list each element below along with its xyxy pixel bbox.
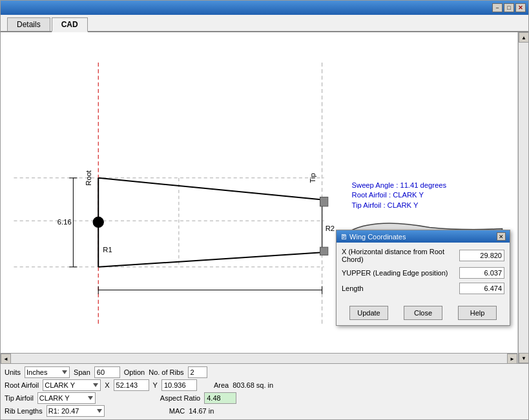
yupper-label: YUPPER (Leading Edge position) — [342, 269, 459, 277]
scroll-right-btn[interactable]: ► — [507, 354, 517, 363]
units-dropdown[interactable]: Inches mm — [25, 366, 70, 378]
dialog-close-icon[interactable]: ✕ — [497, 232, 506, 241]
length-row: Length — [342, 283, 504, 294]
y-label: Y — [153, 381, 158, 389]
svg-line-8 — [98, 252, 322, 266]
tip-airfoil-label: Tip Airfoil — [5, 394, 34, 402]
area-value: 803.68 sq. in — [233, 381, 273, 389]
v-scrollbar-track — [519, 43, 528, 353]
maximize-button[interactable]: □ — [504, 3, 514, 12]
main-window: − □ ✕ Details CAD — [0, 0, 529, 420]
dialog-buttons: Update Close Help — [337, 303, 510, 325]
y-input[interactable] — [161, 379, 197, 391]
x-coord-label: X (Horizontal distance from Root Chord) — [342, 248, 459, 263]
svg-text:Root: Root — [85, 170, 92, 186]
tip-airfoil-dropdown[interactable]: CLARK Y — [37, 392, 96, 404]
root-airfoil-dropdown[interactable]: CLARK Y — [43, 379, 101, 391]
dialog-titlebar: 🖹 Wing Coordinates ✕ — [337, 230, 510, 243]
svg-text:Root Airfoil : CLARK Y: Root Airfoil : CLARK Y — [352, 192, 424, 199]
area-label: Area — [214, 381, 229, 389]
svg-text:6.16: 6.16 — [57, 218, 72, 226]
close-dialog-button[interactable]: Close — [404, 306, 442, 320]
v-scrollbar[interactable]: ▲ ▼ — [518, 32, 528, 363]
svg-text:R1: R1 — [103, 246, 112, 254]
bottom-row-1: Units Inches mm Span Option No. of Ribs — [5, 366, 524, 378]
svg-rect-17 — [320, 197, 328, 206]
svg-text:R2: R2 — [326, 225, 335, 232]
no-of-ribs-label: No. of Ribs — [149, 368, 183, 376]
h-scrollbar[interactable]: ◄ ► — [1, 353, 517, 363]
aspect-ratio-label: Aspect Ratio — [160, 394, 200, 402]
bottom-bar: Units Inches mm Span Option No. of Ribs … — [1, 363, 528, 419]
bottom-row-4: Rib Lengths R1: 20.47 MAC 14.67 in — [5, 405, 524, 417]
close-button[interactable]: ✕ — [515, 3, 526, 12]
x-coord-input[interactable] — [459, 250, 504, 261]
svg-point-16 — [93, 217, 103, 227]
tab-cad[interactable]: CAD — [52, 17, 88, 32]
svg-text:Tip: Tip — [309, 173, 316, 183]
tab-details[interactable]: Details — [7, 17, 50, 31]
scroll-left-btn[interactable]: ◄ — [1, 354, 11, 363]
x-input[interactable] — [114, 379, 149, 391]
scroll-up-btn[interactable]: ▲ — [519, 32, 528, 43]
update-button[interactable]: Update — [349, 306, 388, 320]
mac-label: MAC — [169, 407, 185, 415]
svg-line-7 — [98, 178, 322, 200]
titlebar: − □ ✕ — [1, 1, 528, 15]
dialog-body: X (Horizontal distance from Root Chord) … — [337, 243, 510, 303]
x-row: X (Horizontal distance from Root Chord) — [342, 248, 504, 263]
bottom-row-3: Tip Airfoil CLARK Y Aspect Ratio — [5, 392, 524, 404]
scroll-down-btn[interactable]: ▼ — [519, 353, 528, 363]
root-airfoil-label: Root Airfoil — [5, 381, 39, 389]
rib-lengths-label: Rib Lengths — [5, 407, 43, 415]
length-input[interactable] — [459, 283, 504, 294]
help-button[interactable]: Help — [458, 306, 497, 320]
option-label: Option — [124, 368, 145, 376]
no-of-ribs-input[interactable] — [188, 366, 207, 378]
yupper-input[interactable] — [459, 267, 504, 279]
units-label: Units — [5, 368, 21, 376]
svg-text:Sweep Angle : 11.41 degrees: Sweep Angle : 11.41 degrees — [352, 181, 447, 189]
wing-coordinates-dialog: 🖹 Wing Coordinates ✕ X (Horizontal dista… — [336, 230, 510, 326]
minimize-button[interactable]: − — [492, 3, 503, 12]
h-scrollbar-track — [11, 354, 507, 363]
span-label: Span — [74, 368, 90, 376]
length-label: Length — [342, 285, 459, 292]
span-input[interactable] — [94, 366, 120, 378]
svg-rect-18 — [320, 247, 328, 255]
tabs-bar: Details CAD — [1, 15, 528, 32]
svg-text:Tip Airfoil   : CLARK Y: Tip Airfoil : CLARK Y — [352, 201, 419, 209]
yupper-row: YUPPER (Leading Edge position) — [342, 267, 504, 279]
rib-lengths-dropdown[interactable]: R1: 20.47 — [47, 405, 105, 417]
dialog-title: 🖹 Wing Coordinates — [340, 233, 406, 241]
mac-value: 14.67 in — [189, 407, 214, 415]
bottom-row-2: Root Airfoil CLARK Y X Y Area 803.68 sq.… — [5, 379, 524, 391]
aspect-ratio-value — [204, 392, 236, 404]
x-label: X — [105, 381, 109, 389]
